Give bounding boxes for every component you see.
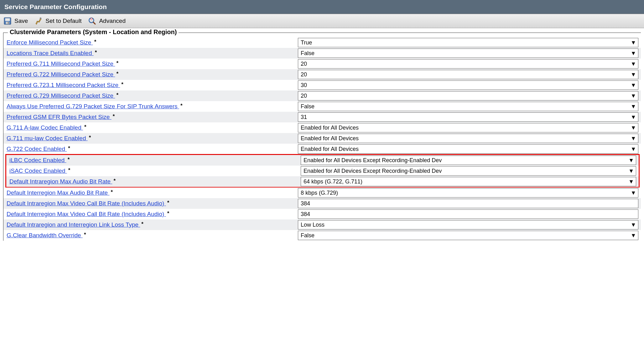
- select-value: Low Loss: [301, 222, 325, 228]
- param-link[interactable]: Preferred G.711 Millisecond Packet Size: [7, 60, 115, 67]
- param-link[interactable]: Default Interregion Max Audio Bit Rate: [7, 189, 109, 196]
- param-select[interactable]: True▼: [298, 38, 638, 47]
- param-select[interactable]: Enabled for All Devices Except Recording…: [301, 156, 636, 165]
- chevron-down-icon: ▼: [631, 103, 636, 110]
- param-link[interactable]: iSAC Codec Enabled: [9, 167, 67, 174]
- save-icon: [3, 17, 12, 25]
- required-asterisk: *: [116, 71, 118, 77]
- required-asterisk: *: [68, 145, 70, 151]
- param-link[interactable]: Always Use Preferred G.729 Packet Size F…: [7, 103, 179, 110]
- param-label-cell: Preferred G.729 Millisecond Packet Size …: [7, 92, 298, 99]
- advanced-icon: [88, 17, 96, 25]
- param-label-cell: Preferred G.711 Millisecond Packet Size …: [7, 60, 298, 67]
- select-value: Enabled for All Devices Except Recording…: [304, 168, 442, 174]
- param-select[interactable]: False▼: [298, 49, 638, 58]
- param-value-cell: Enabled for All Devices Except Recording…: [301, 166, 636, 176]
- param-link[interactable]: G.722 Codec Enabled: [7, 146, 67, 152]
- param-row: Preferred GSM EFR Bytes Packet Size *31▼: [3, 112, 641, 122]
- param-select[interactable]: 8 kbps (G.729)▼: [298, 188, 638, 198]
- toolbar: Save Set to Default Advanced: [0, 14, 644, 28]
- required-asterisk: *: [180, 103, 183, 109]
- param-select[interactable]: Enabled for All Devices▼: [298, 134, 638, 143]
- param-row: G.711 A-law Codec Enabled *Enabled for A…: [3, 122, 641, 133]
- save-button[interactable]: Save: [3, 17, 28, 25]
- param-select[interactable]: Enabled for All Devices▼: [298, 123, 638, 132]
- param-select[interactable]: 20▼: [298, 59, 638, 69]
- param-row: Default Intraregion Max Video Call Bit R…: [3, 198, 641, 209]
- param-input[interactable]: [298, 209, 638, 219]
- highlight-box: iLBC Codec Enabled *Enabled for All Devi…: [5, 154, 640, 188]
- param-input[interactable]: [298, 199, 638, 208]
- param-value-cell: Enabled for All Devices▼: [298, 123, 638, 132]
- required-asterisk: *: [141, 221, 143, 227]
- param-link[interactable]: G.711 mu-law Codec Enabled: [7, 135, 88, 141]
- param-select[interactable]: 31▼: [298, 112, 638, 122]
- param-link[interactable]: Preferred GSM EFR Bytes Packet Size: [7, 114, 112, 120]
- param-select[interactable]: 30▼: [298, 80, 638, 90]
- advanced-button[interactable]: Advanced: [88, 17, 126, 25]
- required-asterisk: *: [116, 92, 118, 98]
- param-link[interactable]: Preferred G.723.1 Millisecond Packet Siz…: [7, 82, 120, 88]
- param-label-cell: Preferred G.722 Millisecond Packet Size …: [7, 71, 298, 78]
- param-select[interactable]: 20▼: [298, 91, 638, 100]
- svg-rect-3: [8, 22, 8, 23]
- advanced-label: Advanced: [99, 18, 126, 24]
- param-link[interactable]: Preferred G.722 Millisecond Packet Size: [7, 71, 115, 78]
- chevron-down-icon: ▼: [628, 157, 634, 164]
- chevron-down-icon: ▼: [628, 178, 634, 185]
- select-value: 20: [301, 61, 307, 67]
- chevron-down-icon: ▼: [631, 146, 636, 152]
- select-value: 31: [301, 114, 307, 121]
- param-value-cell: 8 kbps (G.729)▼: [298, 188, 638, 198]
- param-select[interactable]: 20▼: [298, 70, 638, 79]
- set-default-label: Set to Default: [45, 18, 81, 24]
- param-select[interactable]: 64 kbps (G.722, G.711)▼: [301, 177, 636, 186]
- param-link[interactable]: Default Interregion Max Video Call Bit R…: [7, 211, 166, 217]
- param-label-cell: Default Interregion Max Video Call Bit R…: [7, 211, 298, 218]
- param-value-cell: 30▼: [298, 80, 638, 90]
- param-select[interactable]: Enabled for All Devices▼: [298, 144, 638, 154]
- param-value-cell: Low Loss▼: [298, 220, 638, 229]
- param-label-cell: Default Intraregion Max Audio Bit Rate *: [9, 178, 301, 185]
- param-link[interactable]: Default Intraregion and Interregion Link…: [7, 221, 140, 228]
- param-value-cell: False▼: [298, 102, 638, 111]
- param-select[interactable]: False▼: [298, 231, 638, 240]
- select-value: 20: [301, 93, 307, 99]
- select-value: False: [301, 232, 314, 239]
- set-default-button[interactable]: Set to Default: [34, 17, 81, 25]
- param-value-cell: Enabled for All Devices Except Recording…: [301, 156, 636, 165]
- param-link[interactable]: Default Intraregion Max Audio Bit Rate: [9, 178, 112, 185]
- required-asterisk: *: [84, 232, 86, 238]
- param-link[interactable]: Preferred G.729 Millisecond Packet Size: [7, 92, 115, 99]
- param-row: G.722 Codec Enabled *Enabled for All Dev…: [3, 144, 641, 154]
- param-select[interactable]: Enabled for All Devices Except Recording…: [301, 166, 636, 176]
- chevron-down-icon: ▼: [631, 222, 636, 228]
- param-label-cell: iLBC Codec Enabled *: [9, 157, 301, 164]
- param-label-cell: Locations Trace Details Enabled *: [7, 50, 298, 57]
- param-select[interactable]: Low Loss▼: [298, 220, 638, 229]
- select-value: True: [301, 39, 312, 46]
- select-value: Enabled for All Devices: [301, 135, 359, 142]
- chevron-down-icon: ▼: [631, 114, 636, 121]
- chevron-down-icon: ▼: [628, 168, 634, 174]
- param-link[interactable]: G.711 A-law Codec Enabled: [7, 124, 83, 131]
- param-label-cell: G.722 Codec Enabled *: [7, 146, 298, 152]
- required-asterisk: *: [113, 113, 115, 119]
- chevron-down-icon: ▼: [631, 39, 636, 46]
- param-row: Enforce Millisecond Packet Size *True▼: [3, 37, 641, 48]
- param-select[interactable]: False▼: [298, 102, 638, 111]
- required-asterisk: *: [121, 81, 123, 87]
- chevron-down-icon: ▼: [631, 50, 636, 57]
- param-link[interactable]: Locations Trace Details Enabled: [7, 50, 94, 56]
- param-link[interactable]: iLBC Codec Enabled: [9, 157, 66, 163]
- param-row: Preferred G.723.1 Millisecond Packet Siz…: [3, 80, 641, 90]
- param-label-cell: G.Clear Bandwidth Override *: [7, 232, 298, 239]
- required-asterisk: *: [94, 39, 96, 45]
- param-link[interactable]: G.Clear Bandwidth Override: [7, 232, 83, 239]
- svg-rect-9: [91, 18, 92, 19]
- param-link[interactable]: Default Intraregion Max Video Call Bit R…: [7, 200, 166, 207]
- param-link[interactable]: Enforce Millisecond Packet Size: [7, 39, 93, 46]
- chevron-down-icon: ▼: [631, 232, 636, 239]
- select-value: 20: [301, 71, 307, 78]
- svg-rect-2: [6, 22, 9, 24]
